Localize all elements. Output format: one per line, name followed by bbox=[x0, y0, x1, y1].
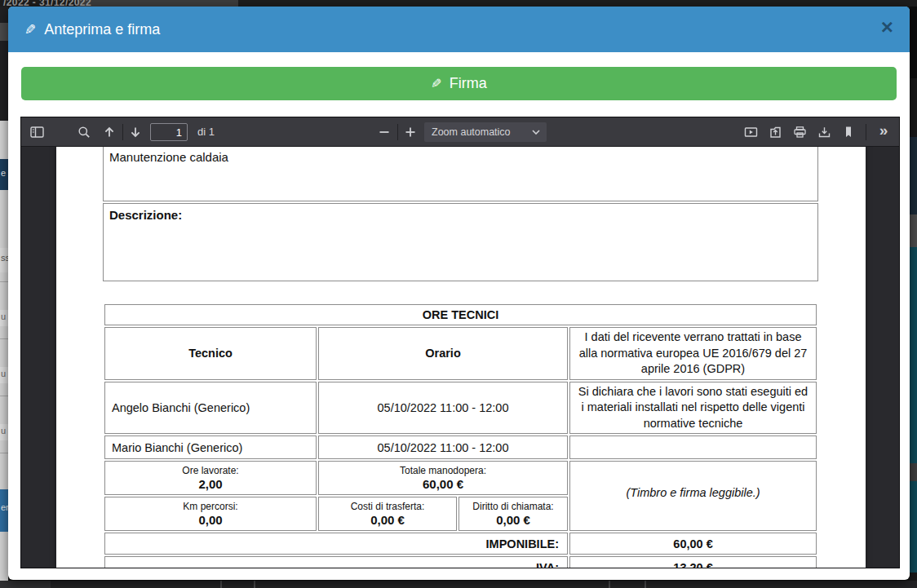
presentation-mode-icon bbox=[744, 126, 758, 139]
arrow-down-icon bbox=[129, 126, 142, 139]
totale-manodopera-label: Totale manodopera: bbox=[319, 465, 567, 477]
toolbar-overflow-button[interactable]: » bbox=[873, 122, 894, 143]
background-text-fragment: u bbox=[1, 369, 6, 378]
screen: /2022 - 31/12/2022 e ss u u u er bbox=[0, 0, 917, 588]
close-button[interactable]: × bbox=[881, 16, 893, 38]
toolbar-separator bbox=[122, 124, 123, 140]
arrow-up-icon bbox=[103, 126, 116, 139]
totals-row-1: Ore lavorate: 2,00 Totale manodopera: 60… bbox=[104, 461, 817, 495]
km-percorsi-label: Km percorsi: bbox=[105, 501, 316, 513]
diritto-chiamata-cell: Diritto di chiamata: 0,00 € bbox=[458, 497, 568, 531]
firma-button[interactable]: ✎ Firma bbox=[21, 67, 897, 100]
toolbar-separator bbox=[397, 124, 398, 140]
pdf-page: Manutenzione caldaia Descrizione: ORE TE… bbox=[56, 147, 866, 568]
bookmark-icon bbox=[843, 126, 854, 139]
orario-value: 05/10/2022 11:00 - 12:00 bbox=[318, 435, 568, 459]
totale-manodopera-value: 60,00 € bbox=[319, 477, 567, 492]
open-file-button[interactable] bbox=[764, 122, 786, 143]
background-fragment bbox=[910, 463, 917, 481]
download-button[interactable] bbox=[813, 122, 835, 143]
bookmark-button[interactable] bbox=[838, 122, 859, 143]
minus-icon bbox=[378, 126, 391, 139]
background-fragment bbox=[609, 581, 610, 588]
pencil-icon: ✎ bbox=[24, 21, 36, 38]
totale-manodopera-cell: Totale manodopera: 60,00 € bbox=[318, 461, 568, 495]
summary-row: IVA: 13,20 € bbox=[104, 556, 817, 568]
zoom-select[interactable]: Zoom automatico bbox=[424, 122, 547, 142]
col-header-tecnico: Tecnico bbox=[104, 327, 317, 380]
preview-sign-modal: ✎ Anteprima e firma × ✎ Firma bbox=[8, 7, 910, 580]
previous-page-button[interactable] bbox=[99, 122, 120, 143]
open-file-icon bbox=[769, 126, 782, 139]
pencil-icon: ✎ bbox=[431, 76, 441, 91]
summary-value: 60,00 € bbox=[569, 533, 817, 555]
ore-lavorate-label: Ore lavorate: bbox=[105, 465, 316, 477]
background-fragment bbox=[0, 23, 8, 41]
table-row: Angelo Bianchi (Generico) 05/10/2022 11:… bbox=[104, 382, 817, 435]
table-title: ORE TECNICI bbox=[104, 304, 817, 325]
page-number-input[interactable] bbox=[150, 123, 188, 141]
background-fragment: u bbox=[0, 367, 8, 383]
costi-trasferta-label: Costi di trasferta: bbox=[319, 501, 456, 513]
background-fragment bbox=[910, 7, 917, 78]
orario-value: 05/10/2022 11:00 - 12:00 bbox=[318, 382, 568, 435]
print-button[interactable] bbox=[789, 122, 810, 143]
modal-title: Anteprima e firma bbox=[44, 21, 160, 38]
background-fragment bbox=[0, 281, 8, 282]
tecnico-name: Angelo Bianchi (Generico) bbox=[104, 382, 317, 435]
costi-trasferta-value: 0,00 € bbox=[319, 513, 456, 528]
empty-note bbox=[569, 435, 817, 459]
background-fragment bbox=[0, 396, 8, 396]
zoom-out-button[interactable] bbox=[374, 122, 395, 143]
background-fragment bbox=[254, 581, 255, 588]
table-header-row: Tecnico Orario I dati del ricevente verr… bbox=[104, 327, 817, 380]
dichiarazione-note: Si dichiara che i lavori sono stati eseg… bbox=[569, 382, 817, 435]
sidebar-toggle-button[interactable] bbox=[26, 122, 47, 143]
background-fragment bbox=[910, 247, 917, 463]
background-fragment bbox=[910, 137, 917, 214]
background-bottom-strip bbox=[0, 581, 917, 588]
summary-value: 13,20 € bbox=[569, 556, 817, 568]
background-top-bar: /2022 - 31/12/2022 bbox=[0, 0, 917, 7]
background-date-range: /2022 - 31/12/2022 bbox=[3, 0, 91, 7]
presentation-mode-button[interactable] bbox=[740, 122, 761, 143]
zoom-in-button[interactable] bbox=[400, 122, 421, 143]
zoom-select-value: Zoom automatico bbox=[432, 126, 511, 138]
background-fragment bbox=[910, 481, 917, 573]
col-header-orario: Orario bbox=[318, 327, 568, 380]
costi-trasferta-cell: Costi di trasferta: 0,00 € bbox=[318, 497, 457, 531]
pdf-canvas-area[interactable]: Manutenzione caldaia Descrizione: ORE TE… bbox=[21, 147, 899, 568]
background-text-fragment: er bbox=[1, 502, 8, 512]
toolbar-separator bbox=[866, 124, 866, 140]
background-fragment: ss bbox=[0, 248, 8, 272]
background-fragment: u bbox=[0, 424, 8, 440]
background-text-fragment: ss bbox=[1, 253, 8, 263]
background-fragment bbox=[220, 581, 222, 588]
summary-row: IMPONIBILE: 60,00 € bbox=[104, 533, 817, 555]
toolbar-right-group: » bbox=[740, 122, 894, 143]
description-label: Descrizione: bbox=[109, 208, 182, 222]
table-title-row: ORE TECNICI bbox=[104, 304, 817, 325]
background-fragment bbox=[0, 453, 8, 453]
table-row: Mario Bianchi (Generico) 05/10/2022 11:0… bbox=[104, 435, 817, 459]
intervention-title: Manutenzione caldaia bbox=[109, 150, 228, 164]
gdpr-note: I dati del ricevente verrano trattati in… bbox=[569, 327, 817, 380]
search-icon bbox=[78, 126, 91, 139]
ore-lavorate-cell: Ore lavorate: 2,00 bbox=[104, 461, 317, 495]
background-text-fragment: u bbox=[1, 426, 6, 435]
tecnico-name: Mario Bianchi (Generico) bbox=[104, 435, 317, 459]
km-percorsi-cell: Km percorsi: 0,00 bbox=[104, 497, 317, 531]
diritto-chiamata-label: Diritto di chiamata: bbox=[459, 501, 567, 513]
background-fragment: er bbox=[0, 489, 8, 532]
ore-tecnici-table: ORE TECNICI Tecnico Orario I dati del ri… bbox=[103, 303, 818, 568]
background-fragment: e bbox=[0, 159, 8, 190]
timbro-firma-cell: (Timbro e firma leggibile.) bbox=[569, 461, 817, 531]
background-fragment: u bbox=[0, 310, 8, 326]
search-button[interactable] bbox=[73, 122, 95, 143]
background-fragment bbox=[0, 338, 8, 339]
next-page-button[interactable] bbox=[125, 122, 146, 143]
background-text-fragment: u bbox=[1, 312, 6, 321]
download-icon bbox=[817, 126, 831, 139]
diritto-chiamata-value: 0,00 € bbox=[459, 513, 567, 528]
modal-header: ✎ Anteprima e firma × bbox=[8, 7, 910, 52]
